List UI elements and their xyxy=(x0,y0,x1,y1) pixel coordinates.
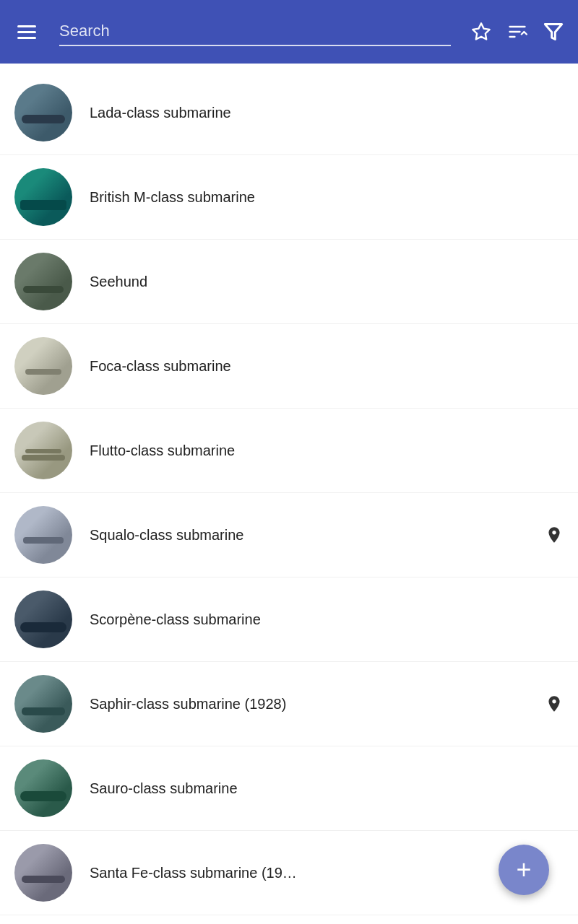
list-item[interactable]: Seehund xyxy=(0,240,578,324)
item-label-squalo: Squalo-class submarine xyxy=(90,527,538,544)
filter-icon[interactable] xyxy=(543,22,564,42)
avatar-british xyxy=(14,168,72,226)
svg-marker-4 xyxy=(545,25,561,40)
submarine-list: Lada-class submarineBritish M-class subm… xyxy=(0,64,578,923)
avatar-lada xyxy=(14,84,72,141)
list-item[interactable]: Foca-class submarine xyxy=(0,324,578,409)
item-label-saphir: Saphir-class submarine (1928) xyxy=(90,696,538,712)
svg-marker-0 xyxy=(473,23,489,39)
favorite-icon[interactable] xyxy=(471,22,491,42)
avatar-squalo xyxy=(14,506,72,564)
app-header xyxy=(0,0,578,64)
avatar-flutto xyxy=(14,422,72,479)
list-item[interactable]: Flutto-class submarine xyxy=(0,409,578,493)
item-label-seehund: Seehund xyxy=(90,274,564,290)
list-item[interactable]: Squalo-class submarine xyxy=(0,493,578,578)
list-item[interactable]: British M-class submarine xyxy=(0,155,578,240)
item-label-british: British M-class submarine xyxy=(90,189,564,206)
avatar-sauro xyxy=(14,759,72,817)
search-input[interactable] xyxy=(59,17,451,45)
list-item[interactable]: Santa Fe-class submarine (19… xyxy=(0,831,578,915)
item-label-lada: Lada-class submarine xyxy=(90,105,564,121)
item-label-foca: Foca-class submarine xyxy=(90,358,564,375)
location-pin-icon xyxy=(545,694,564,713)
header-actions xyxy=(471,22,564,42)
list-item[interactable]: Saphir-class submarine (1928) xyxy=(0,662,578,746)
item-label-scorpene: Scorpène-class submarine xyxy=(90,611,564,628)
list-item[interactable]: Scorpène-class submarine xyxy=(0,578,578,662)
list-item[interactable]: Lada-class submarine xyxy=(0,71,578,155)
avatar-seehund xyxy=(14,253,72,310)
item-label-sauro: Sauro-class submarine xyxy=(90,780,564,797)
search-container xyxy=(59,17,451,46)
avatar-foca xyxy=(14,337,72,395)
location-pin-icon xyxy=(545,526,564,544)
item-label-santafe: Santa Fe-class submarine (19… xyxy=(90,865,564,881)
sort-icon[interactable] xyxy=(507,22,527,42)
add-button[interactable]: + xyxy=(499,845,549,895)
avatar-scorpene xyxy=(14,590,72,648)
avatar-santafe xyxy=(14,844,72,902)
menu-icon[interactable] xyxy=(14,22,39,42)
item-label-flutto: Flutto-class submarine xyxy=(90,443,564,459)
list-item[interactable]: Sauro-class submarine xyxy=(0,746,578,831)
avatar-saphir xyxy=(14,675,72,733)
